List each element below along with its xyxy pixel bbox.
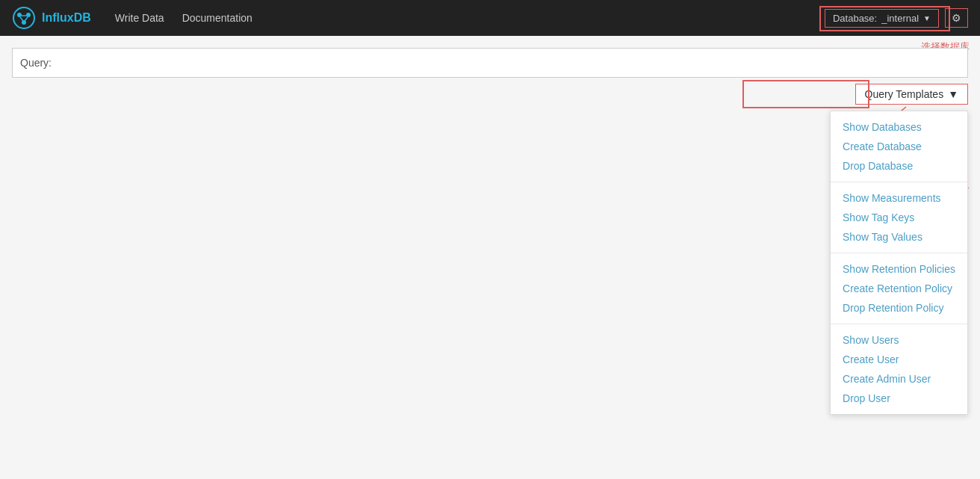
svg-point-3: [22, 20, 26, 25]
dropdown-group-database: Show Databases Create Database Drop Data…: [831, 111, 967, 182]
query-input[interactable]: [58, 57, 960, 69]
menu-item-drop-retention-policy[interactable]: Drop Retention Policy: [831, 298, 967, 318]
templates-caret-icon: ▼: [948, 88, 958, 100]
database-label: Database:: [833, 13, 877, 24]
brand-label: InfluxDB: [42, 11, 91, 25]
menu-item-show-tag-values[interactable]: Show Tag Values: [831, 227, 967, 247]
caret-icon: ▼: [923, 14, 931, 22]
main-content: Query: Query Templates ▼ Show Databases …: [0, 36, 980, 117]
svg-line-6: [25, 17, 28, 21]
query-templates-dropdown: Show Databases Create Database Drop Data…: [830, 111, 968, 415]
database-selector[interactable]: Database: _internal ▼: [825, 9, 939, 28]
navbar-links: Write Data Documentation: [115, 12, 825, 24]
menu-item-show-tag-keys[interactable]: Show Tag Keys: [831, 208, 967, 227]
svg-point-2: [26, 13, 31, 17]
brand: InfluxDB: [12, 6, 91, 30]
dropdown-group-measurements: Show Measurements Show Tag Keys Show Tag…: [831, 182, 967, 253]
menu-item-show-users[interactable]: Show Users: [831, 330, 967, 350]
write-data-link[interactable]: Write Data: [115, 12, 164, 24]
database-value: _internal: [881, 13, 919, 24]
dropdown-group-retention: Show Retention Policies Create Retention…: [831, 253, 967, 324]
svg-point-0: [13, 7, 34, 28]
menu-item-drop-user[interactable]: Drop User: [831, 389, 967, 408]
svg-point-1: [17, 13, 22, 17]
gear-icon: ⚙: [952, 12, 961, 24]
navbar: InfluxDB Write Data Documentation Databa…: [0, 0, 980, 36]
menu-item-show-databases[interactable]: Show Databases: [831, 117, 967, 137]
menu-item-create-retention-policy[interactable]: Create Retention Policy: [831, 279, 967, 298]
dropdown-group-users: Show Users Create User Create Admin User…: [831, 324, 967, 414]
menu-item-show-measurements[interactable]: Show Measurements: [831, 188, 967, 208]
documentation-link[interactable]: Documentation: [182, 12, 252, 24]
influxdb-logo-icon: [12, 6, 36, 30]
query-label: Query:: [20, 57, 52, 69]
svg-line-5: [20, 17, 23, 21]
menu-item-create-database[interactable]: Create Database: [831, 137, 967, 156]
page-wrapper: InfluxDB Write Data Documentation Databa…: [0, 0, 980, 479]
menu-item-create-user[interactable]: Create User: [831, 350, 967, 369]
menu-item-create-admin-user[interactable]: Create Admin User: [831, 369, 967, 389]
navbar-right: Database: _internal ▼ ⚙: [825, 8, 968, 28]
menu-item-drop-database[interactable]: Drop Database: [831, 156, 967, 176]
templates-row: Query Templates ▼ Show Databases Create …: [12, 84, 968, 105]
menu-item-show-retention-policies[interactable]: Show Retention Policies: [831, 259, 967, 279]
query-bar: Query:: [12, 48, 968, 78]
query-templates-button[interactable]: Query Templates ▼: [855, 84, 968, 105]
templates-button-label: Query Templates: [865, 88, 944, 100]
gear-button[interactable]: ⚙: [945, 8, 968, 28]
